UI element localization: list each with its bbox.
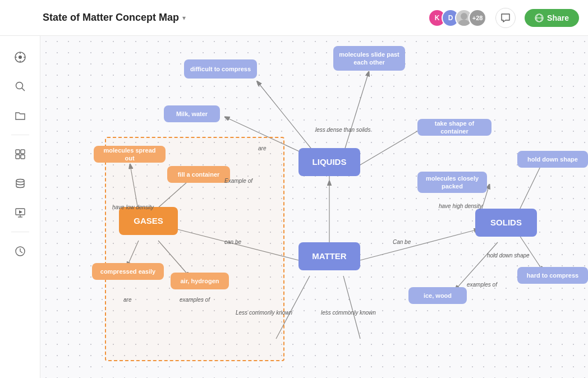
edge-label-can-be1: can be [224,239,241,245]
svg-line-25 [360,229,478,260]
node-molecules-closely[interactable]: molecules closely packed [417,172,487,193]
sidebar-divider [11,135,29,135]
logo [9,6,34,30]
node-gases[interactable]: GASES [119,207,178,235]
canvas-inner: MATTER LIQUIDS SOLIDS GASES difficult to… [40,36,588,378]
node-liquids[interactable]: LIQUIDS [298,148,360,176]
svg-rect-16 [21,155,25,159]
sidebar-item-layout[interactable] [8,142,33,167]
node-matter[interactable]: MATTER [298,242,360,270]
svg-point-17 [16,179,24,182]
node-difficult-compress[interactable]: difficult to compress [184,59,257,79]
svg-marker-21 [19,210,22,214]
svg-line-27 [226,117,304,154]
svg-line-39 [276,276,310,339]
chevron-down-icon[interactable]: ▾ [182,14,186,22]
svg-point-11 [16,82,22,89]
svg-line-12 [22,88,25,91]
doc-title: State of Matter Concept Map [43,12,179,24]
avatars: K D +28 [428,9,486,27]
svg-line-38 [456,242,498,289]
edge-label-less-common2: less commonly known [321,310,376,316]
edge-label-less-common1: Less commonly known [236,310,292,316]
svg-point-6 [19,56,22,59]
svg-line-40 [343,276,360,339]
svg-line-37 [517,232,543,270]
edge-label-high-density: have high density [439,203,483,209]
svg-line-26 [258,82,315,154]
sidebar-item-present[interactable] [8,200,33,225]
sidebar-item-data[interactable] [8,171,33,196]
svg-line-31 [130,165,139,213]
sidebar-item-navigate[interactable] [8,45,33,70]
node-molecules-slide[interactable]: molecules slide past each other [333,46,405,71]
svg-point-2 [458,20,470,26]
node-solids[interactable]: SOLIDS [475,209,537,237]
edge-label-are2: are [123,297,131,303]
sidebar-item-folder[interactable] [8,103,33,128]
share-label: Share [547,13,569,22]
node-compressed-easily[interactable]: compressed easily [92,263,164,280]
svg-line-29 [360,128,422,165]
sidebar-divider-2 [11,232,29,232]
header: State of Matter Concept Map ▾ K D +28 Sh… [0,0,588,36]
node-molecules-spread[interactable]: molecules spread out [94,146,166,163]
canvas: MATTER LIQUIDS SOLIDS GASES difficult to… [40,36,588,378]
node-hold-down-shape1[interactable]: hold down shape [517,151,588,168]
svg-line-35 [517,162,543,214]
edge-label-are1: are [258,145,266,151]
node-hard-compress[interactable]: hard to compress [517,267,588,284]
svg-line-24 [167,227,298,260]
node-take-shape[interactable]: take shape of container [417,119,491,136]
svg-line-28 [343,72,369,154]
svg-rect-13 [16,150,20,154]
node-fill-container[interactable]: fill a container [167,166,230,183]
comment-button[interactable] [495,8,516,28]
svg-rect-14 [21,150,25,154]
sidebar [0,36,40,378]
svg-rect-15 [16,155,20,159]
edge-label-less-dense: less dense than solids [315,127,370,133]
edge-label-examples-of1: examples of [180,297,210,303]
svg-line-33 [127,241,139,266]
header-right: K D +28 Share [428,8,579,28]
share-button[interactable]: Share [525,9,579,27]
sidebar-item-history[interactable] [8,239,33,264]
edge-label-hold-down: hold down shape [487,252,530,259]
avatar-count: +28 [468,9,486,27]
svg-rect-0 [10,7,33,29]
edge-label-examples-of2: examples of [467,282,497,288]
node-air-hydrogen[interactable]: air, hydrogen [171,273,229,289]
node-ice-wood[interactable]: ice, wood [408,287,467,304]
edge-label-can-be2: Can be [393,239,411,245]
node-milk-water[interactable]: Milk, water [164,105,220,122]
sidebar-item-search[interactable] [8,74,33,99]
svg-point-1 [461,13,467,20]
doc-title-area[interactable]: State of Matter Concept Map ▾ [43,12,428,24]
